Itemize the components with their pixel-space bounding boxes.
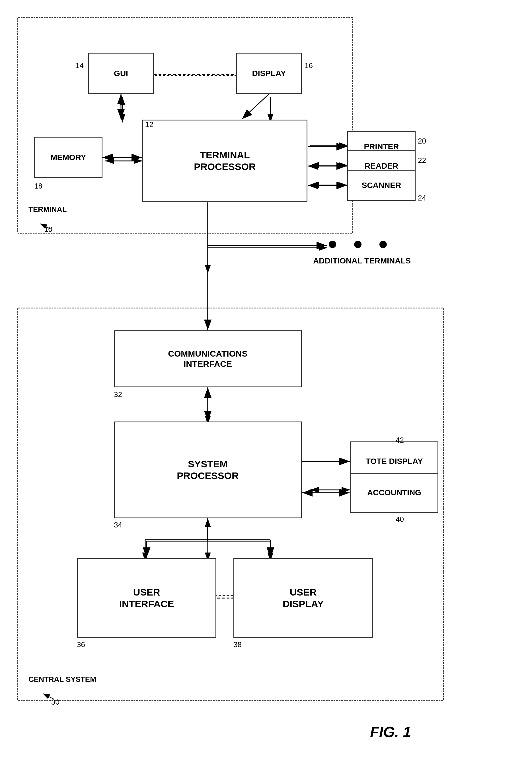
ref-16: 16 [305,61,313,70]
ref30-arrow [37,689,60,704]
comms-interface-box: COMMUNICATIONS INTERFACE [114,330,302,387]
terminal-processor-box: TERMINAL PROCESSOR [142,120,308,202]
ref-20: 20 [418,137,426,146]
fig-label: FIG. 1 [370,723,411,740]
ref-32: 32 [114,390,122,399]
ref-12: 12 [145,120,153,129]
additional-terminals-label: ADDITIONAL TERMINALS [313,256,411,266]
display-box: DISPLAY [236,53,302,94]
system-processor-box: SYSTEM PROCESSOR [114,421,302,518]
diagram: TERMINAL 10 GUI 14 DISPLAY 16 TERMINAL P… [0,0,532,763]
svg-line-26 [43,694,54,699]
user-display-box: USER DISPLAY [233,558,373,638]
gui-box: GUI [88,53,154,94]
ref-34: 34 [114,521,122,529]
ref-38: 38 [233,640,242,649]
ref-36: 36 [77,640,85,649]
ref-22: 22 [418,156,426,165]
ref-24: 24 [418,194,426,202]
accounting-box: ACCOUNTING [350,473,438,513]
memory-box: MEMORY [34,137,103,178]
user-interface-box: USER INTERFACE [77,558,216,638]
central-system-label: CENTRAL SYSTEM [29,675,96,684]
ref-42: 42 [396,436,404,445]
scanner-box: SCANNER [347,170,415,201]
terminal-label: TERMINAL [29,205,67,214]
ref-14: 14 [75,61,84,70]
ref-40: 40 [396,515,404,524]
ref10-arrow [34,219,57,234]
additional-terminals-dots: ● ● ● [327,234,394,253]
svg-line-23 [40,224,51,229]
ref-18: 18 [34,182,43,190]
